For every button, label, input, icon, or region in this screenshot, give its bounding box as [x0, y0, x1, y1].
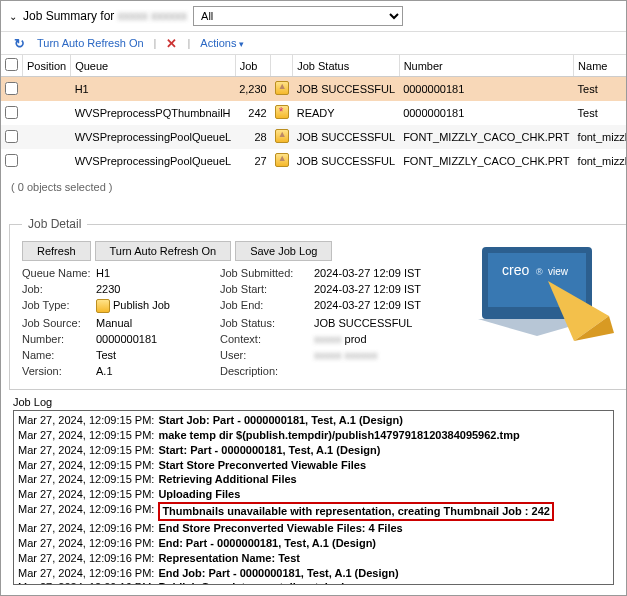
lbl-job-submitted: Job Submitted: [220, 267, 310, 279]
log-ts: Mar 27, 2024, 12:09:15 PM: [18, 443, 158, 458]
lbl-job-end: Job End: [220, 299, 310, 313]
log-msg: End Store Preconverted Viewable Files: 4… [158, 521, 402, 536]
log-line: Mar 27, 2024, 12:09:16 PM:End Store Prec… [18, 521, 609, 536]
table-row[interactable]: H12,230JOB SUCCESSFUL0000000181TestA.1 [1, 77, 627, 102]
cell-queue: WVSPreprocessPQThumbnailH [71, 101, 236, 125]
log-ts: Mar 27, 2024, 12:09:16 PM: [18, 521, 158, 536]
cell-queue: WVSPreprocessingPoolQueueL [71, 125, 236, 149]
publish-job-icon [96, 299, 110, 313]
collapse-icon[interactable]: ⌄ [9, 11, 17, 22]
val-job-start: 2024-03-27 12:09 IST [314, 283, 444, 295]
log-line: Mar 27, 2024, 12:09:15 PM:Start Job: Par… [18, 413, 609, 428]
svg-text:creo: creo [502, 262, 529, 278]
auto-refresh-button[interactable]: Turn Auto Refresh On [95, 241, 232, 261]
job-table: Position Queue Job Job Status Number Nam… [1, 55, 627, 173]
log-msg: Start Store Preconverted Viewable Files [158, 458, 366, 473]
refresh-icon[interactable] [11, 35, 27, 51]
log-ts: Mar 27, 2024, 12:09:16 PM: [18, 502, 158, 521]
cell-queue: H1 [71, 77, 236, 102]
job-log[interactable]: Mar 27, 2024, 12:09:15 PM:Start Job: Par… [13, 410, 614, 585]
log-line: Mar 27, 2024, 12:09:16 PM:End Job: Part … [18, 566, 609, 581]
lbl-user: User: [220, 349, 310, 361]
svg-text:®: ® [536, 267, 543, 277]
cell-job: 2,230 [235, 77, 271, 102]
lbl-job-start: Job Start: [220, 283, 310, 295]
selection-status: ( 0 objects selected ) [1, 173, 626, 203]
table-row[interactable]: WVSPreprocessPQThumbnailH242READY0000000… [1, 101, 627, 125]
cell-name: Test [574, 101, 627, 125]
cell-number: 0000000181 [399, 101, 573, 125]
cell-position [23, 125, 71, 149]
row-checkbox[interactable] [5, 82, 18, 95]
log-line: Mar 27, 2024, 12:09:15 PM:Uploading File… [18, 487, 609, 502]
lbl-job: Job: [22, 283, 92, 295]
jobtype-icon [275, 105, 289, 119]
col-position[interactable]: Position [23, 55, 71, 77]
job-detail-legend: Job Detail [22, 217, 87, 231]
log-line: Mar 27, 2024, 12:09:15 PM:Start: Part - … [18, 443, 609, 458]
select-all-checkbox[interactable] [5, 58, 18, 71]
val-job-type: Publish Job [96, 299, 216, 313]
log-line: Mar 27, 2024, 12:09:15 PM:Start Store Pr… [18, 458, 609, 473]
save-log-button[interactable]: Save Job Log [235, 241, 332, 261]
job-detail-panel: Job Detail Refresh Turn Auto Refresh On … [9, 217, 627, 390]
col-queue[interactable]: Queue [71, 55, 236, 77]
filter-dropdown[interactable]: All [193, 6, 403, 26]
cell-name: Test [574, 77, 627, 102]
log-ts: Mar 27, 2024, 12:09:16 PM: [18, 536, 158, 551]
cell-position [23, 101, 71, 125]
val-number: 0000000181 [96, 333, 216, 345]
lbl-context: Context: [220, 333, 310, 345]
cell-position [23, 77, 71, 102]
cell-status: JOB SUCCESSFUL [293, 125, 399, 149]
log-ts: Mar 27, 2024, 12:09:15 PM: [18, 428, 158, 443]
refresh-button[interactable]: Refresh [22, 241, 91, 261]
val-job-end: 2024-03-27 12:09 IST [314, 299, 444, 313]
lbl-queue-name: Queue Name: [22, 267, 92, 279]
log-line: Mar 27, 2024, 12:09:16 PM:Publish Comple… [18, 580, 609, 585]
log-ts: Mar 27, 2024, 12:09:15 PM: [18, 472, 158, 487]
log-ts: Mar 27, 2024, 12:09:15 PM: [18, 458, 158, 473]
cell-job: 27 [235, 149, 271, 173]
log-msg: Uploading Files [158, 487, 240, 502]
jobtype-icon [275, 129, 289, 143]
col-status[interactable]: Job Status [293, 55, 399, 77]
row-checkbox[interactable] [5, 154, 18, 167]
row-checkbox[interactable] [5, 130, 18, 143]
toolbar: Turn Auto Refresh On | ✕ | Actions [1, 32, 626, 55]
cell-name: font_mizzly_caco.prt [574, 149, 627, 173]
cancel-icon[interactable]: ✕ [166, 36, 177, 51]
val-version: A.1 [96, 365, 216, 377]
cell-queue: WVSPreprocessingPoolQueueL [71, 149, 236, 173]
log-msg: End Job: Part - 0000000181, Test, A.1 (D… [158, 566, 398, 581]
val-job-status: JOB SUCCESSFUL [314, 317, 444, 329]
cell-job: 28 [235, 125, 271, 149]
toolbar-sep2: | [187, 37, 190, 49]
log-ts: Mar 27, 2024, 12:09:16 PM: [18, 566, 158, 581]
lbl-description: Description: [220, 365, 310, 377]
toolbar-sep: | [154, 37, 157, 49]
log-msg: Start: Part - 0000000181, Test, A.1 (Des… [158, 443, 380, 458]
col-name[interactable]: Name [574, 55, 627, 77]
val-job: 2230 [96, 283, 216, 295]
log-msg: End: Part - 0000000181, Test, A.1 (Desig… [158, 536, 376, 551]
cell-status: READY [293, 101, 399, 125]
table-row[interactable]: WVSPreprocessingPoolQueueL28JOB SUCCESSF… [1, 125, 627, 149]
log-line: Mar 27, 2024, 12:09:16 PM:Representation… [18, 551, 609, 566]
col-job[interactable]: Job [235, 55, 271, 77]
lbl-job-source: Job Source: [22, 317, 92, 329]
log-ts: Mar 27, 2024, 12:09:16 PM: [18, 580, 158, 585]
creo-view-thumbnail: creo ® view [464, 241, 624, 353]
table-row[interactable]: WVSPreprocessingPoolQueueL27JOB SUCCESSF… [1, 149, 627, 173]
row-checkbox[interactable] [5, 106, 18, 119]
page-title: Job Summary for xxxxx xxxxxx [23, 9, 187, 23]
lbl-job-status: Job Status: [220, 317, 310, 329]
actions-menu[interactable]: Actions [200, 37, 244, 49]
log-ts: Mar 27, 2024, 12:09:15 PM: [18, 487, 158, 502]
val-job-submitted: 2024-03-27 12:09 IST [314, 267, 444, 279]
col-number[interactable]: Number [399, 55, 573, 77]
summary-header: ⌄ Job Summary for xxxxx xxxxxx All [1, 1, 626, 32]
auto-refresh-link[interactable]: Turn Auto Refresh On [37, 37, 144, 49]
cell-number: 0000000181 [399, 77, 573, 102]
job-log-label: Job Log [13, 396, 614, 408]
